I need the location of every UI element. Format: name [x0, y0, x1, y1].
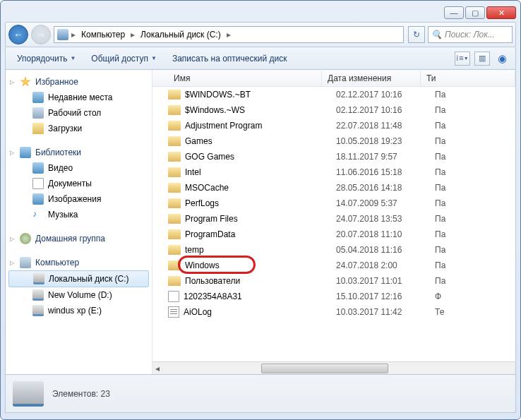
back-button[interactable]: ←	[8, 25, 28, 44]
file-row[interactable]: $Windows.~WS02.12.2017 10:16Па	[152, 102, 515, 118]
chevron-right-icon[interactable]: ▸	[129, 30, 136, 40]
minimize-button[interactable]: —	[444, 6, 464, 19]
folder-icon	[168, 214, 181, 224]
sidebar-item-downloads[interactable]: Загрузки	[6, 121, 152, 136]
toolbar: Упорядочить▼ Общий доступ▼ Записать на о…	[5, 47, 516, 70]
sidebar-item-desktop[interactable]: Рабочий стол	[6, 105, 152, 121]
file-name: AiOLog	[184, 307, 212, 317]
folder-icon	[168, 167, 181, 177]
video-icon	[32, 162, 44, 174]
file-date: 14.07.2009 5:37	[336, 198, 435, 208]
folder-icon	[168, 136, 181, 146]
file-type: Па	[435, 90, 445, 100]
column-headers: Имя Дата изменения Ти	[152, 70, 515, 87]
view-options-button[interactable]: ⁞≡ ▼	[455, 52, 470, 66]
file-row[interactable]: AiOLog10.03.2017 11:42Те	[152, 304, 515, 320]
file-row[interactable]: Adjustment Program22.07.2018 11:48Па	[152, 118, 515, 133]
sidebar-item-drive-c[interactable]: Локальный диск (C:)	[8, 270, 149, 287]
address-bar[interactable]: ▸ Компьютер ▸ Локальный диск (C:) ▸	[54, 26, 404, 43]
folder-icon	[168, 198, 181, 208]
file-name: Пользователи	[185, 276, 240, 286]
file-date: 20.07.2018 11:10	[336, 229, 435, 239]
search-placeholder: Поиск: Лок...	[445, 30, 495, 40]
file-date: 02.12.2017 10:16	[336, 90, 435, 100]
file-name: 1202354A8A31	[184, 292, 242, 301]
file-row[interactable]: Пользователи10.03.2017 11:01Па	[152, 273, 515, 289]
file-row[interactable]: Games10.05.2018 19:23Па	[152, 133, 515, 149]
navigation-pane[interactable]: Избранное Недавние места Рабочий стол За…	[6, 70, 152, 374]
file-row[interactable]: PerfLogs14.07.2009 5:37Па	[152, 196, 515, 211]
sidebar-item-recent[interactable]: Недавние места	[6, 90, 152, 105]
chevron-right-icon[interactable]: ▸	[225, 30, 232, 40]
column-date[interactable]: Дата изменения	[322, 71, 421, 86]
drive-icon	[32, 289, 44, 301]
file-name: ProgramData	[185, 229, 235, 239]
file-date: 10.03.2017 11:42	[336, 307, 435, 317]
breadcrumb[interactable]: Локальный диск (C:)	[138, 28, 224, 41]
file-row[interactable]: MSOCache28.05.2016 14:18Па	[152, 180, 515, 196]
sidebar-homegroup[interactable]: Домашняя группа	[6, 231, 152, 246]
file-name: $WINDOWS.~BT	[185, 90, 251, 100]
explorer-window: — ▢ ✕ ← → ▸ Компьютер ▸ Локальный диск (…	[0, 0, 521, 420]
file-list-pane: Имя Дата изменения Ти $WINDOWS.~BT02.12.…	[152, 70, 515, 374]
burn-button[interactable]: Записать на оптический диск	[167, 51, 293, 66]
close-button[interactable]: ✕	[486, 6, 516, 19]
maximize-button[interactable]: ▢	[465, 6, 485, 19]
share-button[interactable]: Общий доступ▼	[85, 51, 162, 66]
column-name[interactable]: Имя	[152, 71, 322, 86]
file-type: Па	[435, 136, 445, 146]
folder-icon	[168, 229, 181, 239]
status-bar: Элементов: 23	[5, 375, 516, 413]
sidebar-item-videos[interactable]: Видео	[6, 160, 152, 176]
sidebar-item-drive-e[interactable]: windus xp (E:)	[6, 303, 152, 318]
forward-button[interactable]: →	[31, 25, 51, 44]
file-date: 11.06.2016 15:18	[336, 167, 435, 177]
search-input[interactable]: 🔍 Поиск: Лок...	[428, 26, 513, 43]
folder-icon	[168, 276, 181, 286]
folder-icon	[168, 183, 181, 193]
file-type: Ф	[435, 292, 441, 301]
star-icon	[20, 76, 31, 88]
refresh-button[interactable]: ↻	[408, 26, 425, 43]
organize-button[interactable]: Упорядочить▼	[11, 51, 81, 66]
horizontal-scrollbar[interactable]: ◂	[152, 361, 515, 374]
file-row[interactable]: GOG Games18.11.2017 9:57Па	[152, 149, 515, 164]
folder-icon	[168, 105, 181, 115]
file-date: 24.07.2018 2:00	[336, 260, 435, 270]
file-row[interactable]: Program Files24.07.2018 13:53Па	[152, 211, 515, 227]
breadcrumb[interactable]: Компьютер	[78, 28, 128, 41]
file-row[interactable]: Windows24.07.2018 2:00Па	[152, 258, 515, 273]
drive-icon	[33, 273, 44, 284]
titlebar: — ▢ ✕	[5, 5, 516, 22]
file-list[interactable]: $WINDOWS.~BT02.12.2017 10:16Па$Windows.~…	[152, 87, 515, 361]
sidebar-item-music[interactable]: ♪Музыка	[6, 207, 152, 222]
sidebar-computer[interactable]: Компьютер	[6, 255, 152, 270]
folder-icon	[168, 152, 181, 162]
status-item-count: Элементов: 23	[52, 389, 110, 399]
file-date: 28.05.2016 14:18	[336, 183, 435, 193]
file-row[interactable]: Intel11.06.2016 15:18Па	[152, 164, 515, 180]
file-row[interactable]: temp05.04.2018 11:16Па	[152, 242, 515, 258]
file-date: 02.12.2017 10:16	[336, 105, 435, 115]
file-type: Па	[435, 260, 445, 270]
folder-icon	[168, 90, 181, 100]
drive-icon	[32, 305, 44, 316]
sidebar-favorites[interactable]: Избранное	[6, 74, 152, 90]
folder-icon	[168, 260, 181, 270]
sidebar-item-pictures[interactable]: Изображения	[6, 191, 152, 207]
file-type: Па	[435, 152, 445, 162]
file-type: Па	[435, 245, 445, 255]
file-row[interactable]: ProgramData20.07.2018 11:10Па	[152, 227, 515, 242]
file-row[interactable]: 1202354A8A3115.10.2017 12:16Ф	[152, 289, 515, 304]
sidebar-libraries[interactable]: Библиотеки	[6, 145, 152, 160]
file-name: PerfLogs	[185, 198, 219, 208]
column-type[interactable]: Ти	[421, 71, 515, 86]
help-button[interactable]: ◉	[494, 52, 510, 66]
sidebar-item-drive-d[interactable]: New Volume (D:)	[6, 287, 152, 303]
libraries-icon	[20, 147, 31, 158]
file-row[interactable]: $WINDOWS.~BT02.12.2017 10:16Па	[152, 87, 515, 102]
sidebar-item-documents[interactable]: Документы	[6, 176, 152, 191]
preview-pane-button[interactable]: ▥	[474, 52, 490, 66]
chevron-right-icon[interactable]: ▸	[70, 30, 77, 40]
desktop-icon	[32, 107, 44, 119]
